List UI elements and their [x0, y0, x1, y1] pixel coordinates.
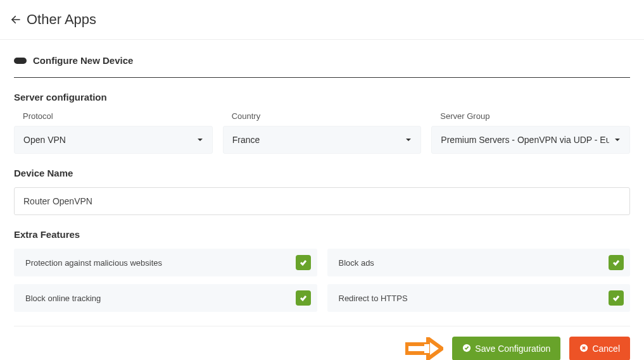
device-name-heading: Device Name	[14, 168, 630, 178]
device-name-input[interactable]	[14, 187, 630, 215]
feature-row-https: Redirect to HTTPS	[327, 284, 631, 312]
divider	[14, 326, 630, 326]
close-circle-icon	[579, 344, 588, 354]
protocol-col: Protocol Open VPN	[14, 111, 213, 154]
svg-rect-3	[424, 344, 429, 353]
country-label: Country	[232, 111, 422, 121]
actions-row: Save Configuration Cancel	[14, 337, 630, 360]
save-configuration-button[interactable]: Save Configuration	[452, 337, 560, 360]
content-area: Configure New Device Server configuratio…	[0, 40, 644, 360]
section-title-row: Configure New Device	[14, 55, 630, 78]
features-col-right: Block ads Redirect to HTTPS	[327, 249, 631, 312]
server-config-heading: Server configuration	[14, 92, 630, 102]
caret-down-icon	[614, 135, 621, 145]
extra-features-heading: Extra Features	[14, 229, 630, 240]
caret-down-icon	[405, 135, 412, 145]
features-col-left: Protection against malicious websites Bl…	[14, 249, 317, 312]
protocol-dropdown[interactable]: Open VPN	[14, 126, 213, 154]
feature-label: Protection against malicious websites	[25, 258, 162, 268]
protocol-dropdown-value: Open VPN	[23, 135, 192, 145]
page-title: Other Apps	[27, 11, 96, 28]
save-button-label: Save Configuration	[475, 344, 550, 354]
section-pill-icon	[14, 58, 27, 64]
feature-label: Redirect to HTTPS	[339, 294, 408, 303]
server-config-row: Protocol Open VPN Country France Server …	[14, 111, 630, 154]
features-grid: Protection against malicious websites Bl…	[14, 249, 630, 312]
server-group-dropdown[interactable]: Premium Servers - OpenVPN via UDP - Euro…	[431, 126, 630, 154]
back-arrow-icon[interactable]	[10, 14, 22, 25]
country-dropdown[interactable]: France	[223, 126, 422, 154]
check-circle-icon	[462, 344, 471, 354]
svg-marker-2	[428, 338, 442, 359]
country-dropdown-value: France	[232, 135, 401, 145]
feature-toggle-tracking[interactable]	[296, 290, 311, 306]
protocol-label: Protocol	[23, 111, 213, 121]
server-group-col: Server Group Premium Servers - OpenVPN v…	[431, 111, 630, 154]
cancel-button-label: Cancel	[592, 344, 620, 354]
feature-row-ads: Block ads	[327, 249, 631, 276]
caret-down-icon	[197, 135, 203, 145]
country-col: Country France	[223, 111, 422, 154]
callout-arrow-icon	[405, 337, 443, 360]
feature-label: Block ads	[339, 258, 374, 268]
section-title: Configure New Device	[33, 55, 133, 66]
cancel-button[interactable]: Cancel	[569, 337, 630, 360]
feature-toggle-protection[interactable]	[296, 255, 311, 270]
server-group-dropdown-value: Premium Servers - OpenVPN via UDP - Euro…	[441, 135, 609, 145]
server-group-label: Server Group	[440, 111, 630, 121]
feature-row-tracking: Block online tracking	[14, 284, 317, 312]
page-header: Other Apps	[0, 0, 644, 40]
feature-label: Block online tracking	[25, 294, 101, 303]
feature-toggle-ads[interactable]	[609, 255, 624, 270]
feature-row-protection: Protection against malicious websites	[14, 249, 317, 276]
feature-toggle-https[interactable]	[609, 290, 624, 306]
